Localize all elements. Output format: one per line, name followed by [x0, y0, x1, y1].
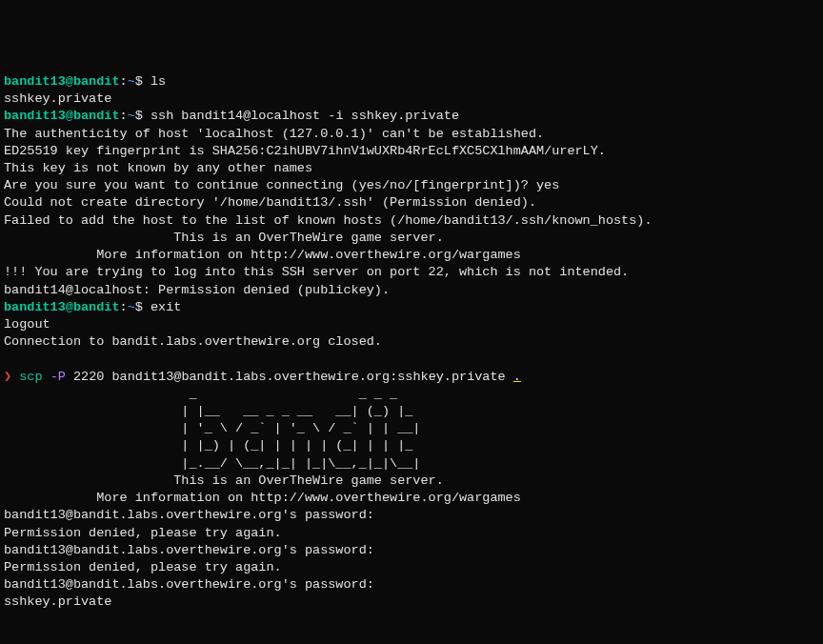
ascii-art-line: | |_) | (_| | | | | (_| | | |_: [4, 437, 819, 454]
ssh-output-line: Failed to add the host to the list of kn…: [4, 212, 819, 230]
scp-destination: .: [513, 370, 521, 384]
ascii-art-line: |_.__/ \__,_|_| |_|\__,_|_|\__|: [4, 455, 819, 473]
permission-denied-line: Permission denied, please try again.: [4, 525, 819, 542]
prompt-line-3: bandit13@bandit:~$ exit: [4, 299, 819, 316]
password-prompt: bandit13@bandit.labs.overthewire.org's p…: [4, 576, 819, 594]
password-prompt: bandit13@bandit.labs.overthewire.org's p…: [4, 542, 819, 559]
user-host: bandit13@bandit: [4, 109, 120, 123]
scp-args: 2220 bandit13@bandit.labs.overthewire.or…: [73, 370, 513, 384]
ssh-output-line: This key is not known by any other names: [4, 160, 819, 177]
prompt-line-1: bandit13@bandit:~$ ls: [4, 73, 819, 91]
warning-line: !!! You are trying to log into this SSH …: [4, 264, 819, 281]
command-text: ls: [151, 74, 166, 89]
scp-file-transfer: sshkey.private: [4, 594, 819, 611]
blank-line: [4, 351, 819, 368]
ascii-art-line: | '_ \ / _` | '_ \ / _` | | __|: [4, 420, 819, 437]
command-text: exit: [151, 300, 181, 314]
ls-output: sshkey.private: [4, 91, 819, 108]
banner-line: More information on http://www.overthewi…: [4, 490, 819, 507]
banner-line: More information on http://www.overthewi…: [4, 247, 819, 264]
ssh-output-line: Could not create directory '/home/bandit…: [4, 194, 819, 211]
permission-denied-line: bandit14@localhost: Permission denied (p…: [4, 282, 819, 299]
ssh-output-line: Are you sure you want to continue connec…: [4, 177, 819, 194]
ssh-output-line: The authenticity of host 'localhost (127…: [4, 126, 819, 143]
connection-closed-line: Connection to bandit.labs.overthewire.or…: [4, 333, 819, 351]
ascii-art-line: | |__ __ _ _ __ __| (_) |_: [4, 403, 819, 420]
prompt-arrow-icon: ❯: [4, 370, 11, 384]
banner-line: This is an OverTheWire game server.: [4, 230, 819, 247]
prompt-line-2: bandit13@bandit:~$ ssh bandit14@localhos…: [4, 108, 819, 125]
terminal-output[interactable]: bandit13@bandit:~$ lssshkey.privatebandi…: [4, 73, 819, 612]
user-host: bandit13@bandit: [4, 74, 120, 89]
logout-line: logout: [4, 316, 819, 333]
ssh-output-line: ED25519 key fingerprint is SHA256:C2ihUB…: [4, 143, 819, 160]
user-host: bandit13@bandit: [4, 300, 120, 314]
scp-flag: -P: [50, 370, 66, 384]
command-text: ssh bandit14@localhost -i sshkey.private: [151, 109, 459, 123]
scp-command: scp: [19, 370, 42, 384]
local-prompt-line: ❯ scp -P 2220 bandit13@bandit.labs.overt…: [4, 369, 819, 386]
permission-denied-line: Permission denied, please try again.: [4, 559, 819, 576]
password-prompt: bandit13@bandit.labs.overthewire.org's p…: [4, 507, 819, 524]
banner-line: This is an OverTheWire game server.: [4, 473, 819, 490]
ascii-art-line: _ _ _ _: [4, 386, 819, 403]
